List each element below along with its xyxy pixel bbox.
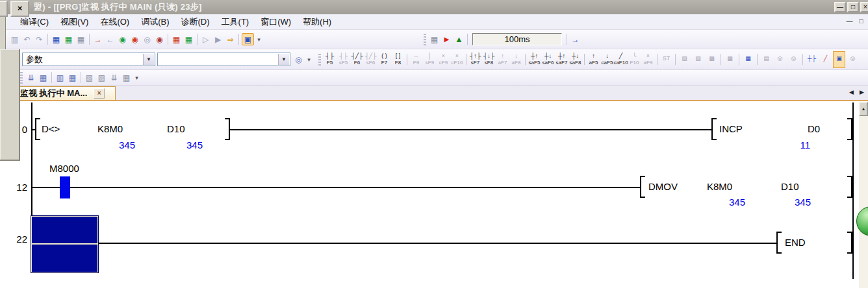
mdi-restore-button[interactable]: □	[856, 17, 866, 26]
write-to-plc-icon[interactable]: ▦	[63, 34, 74, 45]
toolbar-overflow-icon[interactable]: ▾	[255, 34, 262, 45]
ladder-logic-test-icon[interactable]: ▦	[429, 34, 440, 45]
find-device-icon[interactable]: ◉	[117, 34, 128, 45]
ladder-editor[interactable]: 0 D<> K8M0 D10 345 345 INCP D0 11 12 M80…	[0, 101, 868, 288]
menu-view[interactable]: 视图(V)	[55, 14, 94, 30]
fkey-invert-operation[interactable]: ╱caF10	[615, 51, 627, 68]
toolbar-grip[interactable]	[20, 72, 23, 84]
find-next-icon[interactable]: ◎	[293, 54, 304, 65]
chevron-down-icon[interactable]: ▼	[278, 54, 289, 65]
mdi-minimize-button[interactable]: —	[845, 17, 854, 26]
vertical-scrollbar[interactable]: ▲	[859, 102, 868, 288]
rung1-output-operand[interactable]: D0	[808, 123, 820, 135]
menu-debug[interactable]: 调试(B)	[135, 14, 175, 30]
note-display-icon[interactable]: ◎	[787, 51, 800, 68]
rung2-operand2[interactable]: D10	[781, 181, 799, 193]
fkey-invert-falling-or[interactable]: ┼↓saF8	[569, 51, 581, 68]
find-instruction-icon[interactable]: ◉	[129, 34, 140, 45]
rung2-output-instruction[interactable]: DMOV	[648, 181, 678, 193]
menu-help[interactable]: 帮助(H)	[297, 14, 337, 30]
fkey-free-line[interactable]: └F10	[628, 51, 641, 68]
fkey-open-contact-or[interactable]: ┤├sF5	[337, 51, 350, 68]
statement-display-icon[interactable]: ◎	[774, 51, 786, 68]
fkey-rising-pulse[interactable]: ┤↑├sF7	[469, 51, 481, 68]
menu-tools[interactable]: 工具(T)	[216, 14, 255, 30]
read-from-plc-icon[interactable]: ▦	[51, 34, 62, 45]
monitor-stop-icon[interactable]: ◎	[847, 51, 859, 68]
fkey-falling-pulse-or[interactable]: ↓aF8	[510, 51, 522, 68]
undo-icon[interactable]: ↶	[21, 34, 32, 45]
fkey-delete-free-line[interactable]: ×aF9	[642, 51, 654, 68]
fkey-falling-pulse[interactable]: ┤↓├sF8	[483, 51, 495, 68]
entry-ladder-monitor-icon[interactable]: ╱	[819, 51, 832, 68]
read-mode-icon[interactable]: ▨	[692, 51, 704, 68]
comment-display-icon[interactable]: ▤	[760, 51, 772, 68]
tab-scroll-left-icon[interactable]: ◀	[849, 89, 854, 95]
fkey-open-contact[interactable]: ┤├F5	[324, 51, 336, 68]
clear-all-icon[interactable]: ⇊	[108, 72, 120, 83]
find-coil-icon[interactable]: ◉	[154, 34, 165, 45]
fkey-invert-falling[interactable]: ┼↓saF6	[542, 51, 554, 68]
rung2-contact-energized[interactable]	[60, 176, 70, 198]
fkey-invert-rising[interactable]: ┼↑saF5	[528, 51, 541, 68]
comment-icon[interactable]: ▷	[200, 34, 211, 45]
rung1-operand2[interactable]: D10	[167, 123, 185, 135]
scroll-up-icon[interactable]: ▲	[859, 102, 868, 116]
expand-comment-icon[interactable]: ▦	[67, 72, 78, 83]
toolbar-overflow-icon[interactable]: ▾	[305, 54, 313, 65]
device-batch-monitor-icon[interactable]: ▦	[183, 34, 194, 45]
rung2-operand1[interactable]: K8M0	[707, 181, 732, 193]
device-comment-utility-icon[interactable]: ▦	[38, 72, 49, 83]
fkey-application-instruction[interactable]: [ ]F8	[392, 51, 404, 68]
chevron-down-icon[interactable]: ▼	[143, 54, 154, 65]
toolbar-grip[interactable]	[424, 34, 426, 45]
fkey-delete-hline[interactable]: ×cF9	[437, 51, 450, 68]
statement-icon[interactable]: ▶	[212, 34, 223, 45]
background-window-close-button[interactable]: ×	[10, 1, 29, 17]
edit-mode-icon[interactable]: ▧	[678, 51, 691, 68]
write-mode-icon[interactable]: ▩	[706, 51, 718, 68]
rung1-output-instruction[interactable]: INCP	[719, 123, 743, 135]
clear-program-icon[interactable]: ▧	[84, 72, 95, 83]
monitor-write-mode-icon[interactable]: ▦	[724, 51, 736, 68]
plc-diagnostics-alert-icon[interactable]: ▲	[453, 34, 465, 45]
fkey-closed-contact-or[interactable]: ┤╱├sF6	[364, 51, 377, 68]
menu-diagnostics[interactable]: 诊断(D)	[175, 14, 216, 30]
tab-close-icon[interactable]: ×	[94, 88, 105, 99]
menu-online[interactable]: 在线(O)	[94, 14, 135, 30]
fkey-horizontal-line[interactable]: ─F9	[410, 51, 422, 68]
paste-icon[interactable]: ▥	[9, 34, 20, 45]
toolbar-grip[interactable]	[318, 54, 321, 66]
fkey-rising-pulse-or[interactable]: ↑aF7	[496, 51, 509, 68]
fkey-invert-rising-or[interactable]: ┼↑saF7	[555, 51, 568, 68]
close-button[interactable]: ×	[860, 2, 868, 12]
program-utility-icon[interactable]: ⇊	[25, 72, 36, 83]
tab-scroll-right-icon[interactable]: ▶	[860, 89, 864, 95]
device-registration-icon[interactable]: ▦	[742, 51, 754, 68]
ladder-monitor-icon[interactable]: ┼├	[806, 51, 818, 68]
ladder-cursor-selection[interactable]	[31, 216, 98, 272]
redo-icon[interactable]: ↷	[34, 34, 45, 45]
step-run-icon[interactable]: →	[570, 34, 581, 45]
menu-window[interactable]: 窗口(W)	[255, 14, 297, 30]
restore-button[interactable]: □	[847, 2, 859, 12]
rung1-operand1[interactable]: K8M0	[97, 123, 123, 135]
rung1-compare-instruction[interactable]: D<>	[42, 123, 60, 135]
device-search-combobox[interactable]: ▼	[157, 53, 290, 66]
note-icon[interactable]: ⇒	[225, 34, 236, 45]
fkey-pulse-up[interactable]: ↑aF5	[587, 51, 600, 68]
clear-all-comment-icon[interactable]: ▦	[121, 72, 132, 83]
toolbar-overflow-icon[interactable]: ▾	[133, 72, 140, 83]
device-test-icon[interactable]: ▦	[171, 34, 182, 45]
fkey-coil[interactable]: ( )F7	[378, 51, 390, 68]
rung3-end-instruction[interactable]: END	[785, 237, 806, 248]
find-contact-icon[interactable]: ◎	[142, 34, 153, 45]
fkey-delete-vline[interactable]: ×cF10	[451, 51, 463, 68]
fkey-closed-contact[interactable]: ┤╱├F6	[351, 51, 363, 68]
background-window-button[interactable]	[0, 1, 8, 17]
insert-row-icon[interactable]: →	[92, 34, 103, 45]
fkey-vertical-line[interactable]: │sF9	[424, 51, 436, 68]
clear-comment-icon[interactable]: ▨	[96, 72, 107, 83]
fkey-pulse-down[interactable]: ↓caF5	[601, 51, 613, 68]
monitor-mode-icon[interactable]: ▣	[242, 33, 254, 45]
